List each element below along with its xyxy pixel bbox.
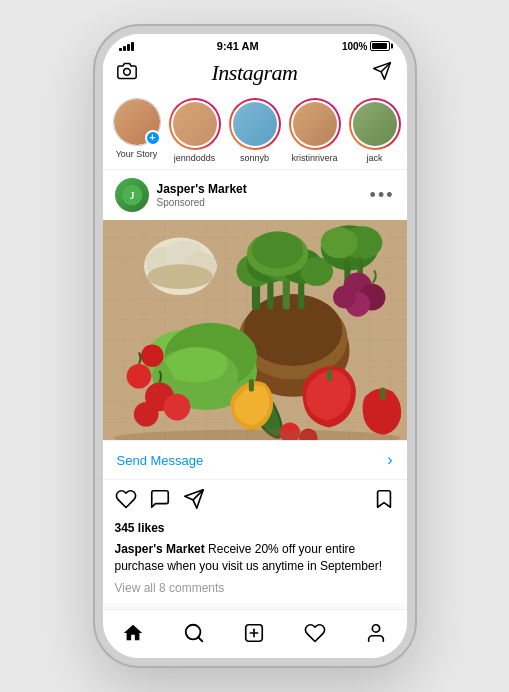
svg-point-51 [320,227,357,258]
svg-point-67 [163,394,190,421]
post-cta-chevron-icon: › [387,451,392,469]
post-account-info: Jasper's Market Sponsored [157,182,247,209]
post-cta-text: Send Message [117,453,204,468]
svg-rect-70 [248,379,253,391]
story-ring-kristinrivera [289,98,341,150]
post-account-name: Jasper's Market [157,182,247,198]
svg-point-0 [123,68,130,75]
svg-point-66 [141,344,164,367]
story-item-jenndodds[interactable]: jenndodds [169,98,221,163]
bookmark-icon[interactable] [373,488,395,515]
svg-rect-39 [267,279,273,310]
post-more-icon[interactable]: ••• [370,191,395,200]
post-cta[interactable]: Send Message › [103,440,407,480]
story-label-kristinrivera: kristinrivera [291,153,337,163]
battery-icon [370,41,390,51]
svg-rect-71 [380,388,385,400]
your-story-label: Your Story [116,149,158,159]
post-header-left: J Jasper's Market Sponsored [115,178,247,212]
story-label-sonnyb: sonnyb [240,153,269,163]
story-item-jack[interactable]: jack [349,98,401,163]
nav-profile-icon[interactable] [356,618,396,648]
feed-scroll[interactable]: J Jasper's Market Sponsored ••• [103,170,407,609]
story-label-jenndodds: jenndodds [174,153,216,163]
story-ring-jenndodds [169,98,221,150]
post-account-avatar: J [115,178,149,212]
svg-point-57 [333,286,356,309]
story-ring-jack [349,98,401,150]
story-ring-sonnyb [229,98,281,150]
post-caption: Jasper's Market Receive 20% off your ent… [103,539,407,579]
nav-add-icon[interactable] [234,618,274,648]
status-left [119,41,134,51]
comment-icon[interactable] [149,488,171,515]
status-bar-area: 9:41 AM 100% [103,34,407,56]
svg-rect-41 [298,281,304,310]
status-time: 9:41 AM [217,40,259,52]
svg-point-65 [126,364,151,389]
camera-icon[interactable] [117,61,137,86]
story-item-your-story[interactable]: + Your Story [113,98,161,163]
post-likes: 345 likes [103,519,407,539]
svg-point-82 [372,625,379,632]
post-jaspers-market: J Jasper's Market Sponsored ••• [103,170,407,603]
svg-rect-69 [326,369,331,381]
post-image [103,220,407,440]
add-story-icon: + [145,130,161,146]
post-actions-left [115,488,205,515]
your-story-avatar-wrap: + [113,98,161,146]
post-sponsored-label: Sponsored [157,197,247,208]
svg-point-37 [147,264,213,289]
stories-row: + Your Story jenndodds sonnyb [103,92,407,170]
post-comments-link[interactable]: View all 8 comments [103,579,407,603]
post-header: J Jasper's Market Sponsored ••• [103,170,407,220]
app-header: Instagram [103,56,407,92]
phone-frame: 9:41 AM 100% Instagram [95,26,415,666]
story-label-jack: jack [366,153,382,163]
status-right: 100% [342,41,391,52]
post-actions [103,480,407,519]
nav-search-icon[interactable] [174,618,214,648]
status-bar: 9:41 AM 100% [119,40,391,52]
app-logo: Instagram [212,60,298,86]
nav-home-icon[interactable] [113,618,153,648]
svg-line-78 [198,637,202,641]
share-icon[interactable] [183,488,205,515]
like-icon[interactable] [115,488,137,515]
bottom-nav [103,609,407,658]
nav-heart-icon[interactable] [295,618,335,648]
send-icon[interactable] [372,61,392,86]
battery-percent: 100% [342,41,368,52]
svg-point-48 [251,231,302,268]
svg-point-68 [133,402,158,427]
post-caption-username: Jasper's Market [115,542,205,556]
story-item-sonnyb[interactable]: sonnyb [229,98,281,163]
story-item-kristinrivera[interactable]: kristinrivera [289,98,341,163]
signal-icon [119,41,134,51]
svg-text:J: J [129,190,134,201]
